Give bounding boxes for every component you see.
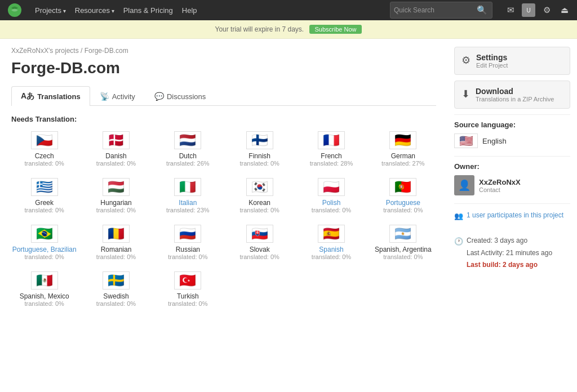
language-progress: translated: 0% (25, 253, 64, 260)
language-flag: 🇵🇱 (318, 178, 345, 196)
language-name: Spanish, Mexico (20, 292, 69, 300)
owner-contact[interactable]: Contact (479, 186, 521, 193)
language-progress: translated: 0% (312, 207, 351, 213)
tabs: Aあ Translations 📡 Activity 💬 Discussions (11, 86, 436, 106)
language-item[interactable]: 🇲🇽Spanish, Mexicotranslated: 0% (11, 271, 77, 307)
source-language: 🇺🇸 English (454, 133, 570, 148)
download-icon: ⬇ (461, 88, 470, 100)
content-area: XxZeRoNxX's projects / Forge-DB.com Forg… (0, 39, 447, 326)
source-lang-name: English (482, 137, 507, 145)
source-language-heading: Source language: (454, 121, 570, 129)
clock-icon: 🕐 (454, 235, 463, 248)
language-progress: translated: 0% (25, 160, 64, 167)
language-flag: 🇩🇪 (389, 131, 416, 149)
language-name: Italian (179, 199, 197, 207)
language-progress: translated: 0% (383, 207, 423, 213)
nav-links: Projects Resources Plans & Pricing Help (35, 6, 379, 15)
language-progress: translated: 0% (240, 253, 279, 260)
logout-icon[interactable]: ⏏ (558, 3, 571, 17)
language-flag: 🇰🇷 (246, 178, 273, 196)
avatar[interactable]: U (522, 3, 535, 17)
mail-icon[interactable]: ✉ (504, 3, 517, 17)
nav-resources[interactable]: Resources (75, 6, 114, 15)
language-item[interactable]: 🇩🇪Germantranslated: 27% (370, 131, 436, 167)
language-item[interactable]: 🇫🇷Frenchtranslated: 28% (298, 131, 364, 167)
language-item[interactable]: 🇩🇰Danishtranslated: 0% (83, 131, 149, 167)
language-progress: translated: 0% (96, 160, 136, 167)
language-item[interactable]: 🇵🇱Polishtranslated: 0% (298, 178, 364, 213)
language-item[interactable]: 🇷🇺Russiantranslated: 0% (155, 225, 221, 260)
language-progress: translated: 0% (240, 160, 279, 167)
language-flag: 🇨🇿 (31, 131, 58, 149)
settings-card[interactable]: ⚙ Settings Edit Project (454, 47, 570, 75)
language-progress: translated: 26% (166, 160, 209, 167)
language-name: French (321, 152, 341, 160)
language-name: Spanish, Argentina (375, 246, 432, 253)
owner-avatar: 👤 (454, 175, 474, 195)
language-item[interactable]: 🇳🇱Dutchtranslated: 26% (155, 131, 221, 167)
activity-icon: 📡 (100, 92, 109, 101)
language-item[interactable]: 🇦🇷Spanish, Argentinatranslated: 0% (370, 225, 436, 260)
nav-icons: ✉ U ⚙ ⏏ (504, 3, 571, 17)
language-name: Dutch (179, 152, 197, 160)
language-item[interactable]: 🇪🇸Spanishtranslated: 0% (298, 225, 364, 260)
language-item[interactable]: 🇹🇷Turkishtranslated: 0% (155, 271, 221, 307)
language-item[interactable]: 🇮🇹Italiantranslated: 23% (155, 178, 221, 213)
gear-icon[interactable]: ⚙ (540, 3, 553, 17)
language-progress: translated: 0% (240, 207, 279, 213)
nav-projects[interactable]: Projects (35, 6, 66, 15)
language-flag: 🇳🇱 (174, 131, 201, 149)
language-progress: translated: 0% (312, 253, 351, 260)
language-flag: 🇫🇷 (318, 131, 345, 149)
language-item[interactable]: 🇫🇮Finnishtranslated: 0% (227, 131, 292, 167)
language-name: Greek (35, 199, 54, 207)
section-heading: Needs Translation: (11, 115, 436, 123)
language-name: Hungarian (100, 199, 131, 207)
language-name: Danish (105, 152, 126, 160)
language-item[interactable]: 🇧🇷Portuguese, Braziliantranslated: 0% (11, 225, 77, 260)
language-item[interactable]: 🇷🇴Romaniantranslated: 0% (83, 225, 149, 260)
main-container: XxZeRoNxX's projects / Forge-DB.com Forg… (0, 39, 577, 326)
subscribe-button[interactable]: Subscribe Now (309, 25, 362, 34)
language-item[interactable]: 🇭🇺Hungariantranslated: 0% (83, 178, 149, 213)
nav-plans-pricing[interactable]: Plans & Pricing (123, 6, 173, 15)
participants-text: 1 user participates in this project (467, 210, 563, 222)
search-input[interactable] (394, 6, 473, 14)
language-item[interactable]: 🇬🇷Greektranslated: 0% (11, 178, 77, 213)
language-flag: 🇦🇷 (389, 225, 416, 243)
language-progress: translated: 28% (310, 160, 353, 167)
breadcrumb-projects-link[interactable]: XxZeRoNxX's projects (11, 47, 79, 55)
language-name: Turkish (177, 292, 199, 300)
breadcrumb: XxZeRoNxX's projects / Forge-DB.com (11, 47, 436, 55)
language-progress: translated: 23% (166, 207, 209, 213)
users-icon: 👥 (454, 210, 463, 222)
language-name: Czech (35, 152, 54, 160)
language-item[interactable]: 🇸🇪Swedishtranslated: 0% (83, 271, 149, 307)
language-item[interactable]: 🇨🇿Czechtranslated: 0% (11, 131, 77, 167)
download-card[interactable]: ⬇ Download Translations in a ZIP Archive (454, 81, 570, 109)
owner-heading: Owner: (454, 162, 570, 171)
search-box[interactable]: 🔍 (390, 2, 492, 19)
nav-help[interactable]: Help (182, 6, 197, 15)
tab-activity[interactable]: 📡 Activity (90, 86, 145, 106)
language-flag: 🇹🇷 (174, 271, 201, 289)
divider (454, 114, 570, 115)
settings-icon: ⚙ (461, 54, 471, 66)
tab-translations[interactable]: Aあ Translations (11, 86, 90, 106)
language-flag: 🇩🇰 (103, 131, 130, 149)
tab-discussions[interactable]: 💬 Discussions (145, 86, 215, 106)
language-flag: 🇮🇹 (174, 178, 201, 196)
language-flag: 🇭🇺 (103, 178, 130, 196)
language-name: Slovak (250, 246, 270, 253)
language-item[interactable]: 🇵🇹Portuguesetranslated: 0% (370, 178, 436, 213)
language-name: German (391, 152, 415, 160)
language-flag: 🇬🇷 (31, 178, 58, 196)
language-progress: translated: 27% (381, 160, 424, 167)
language-progress: translated: 0% (383, 253, 423, 260)
logo[interactable] (6, 1, 24, 19)
language-item[interactable]: 🇸🇰Slovaktranslated: 0% (227, 225, 292, 260)
breadcrumb-separator: / (81, 47, 85, 55)
language-progress: translated: 0% (25, 207, 64, 213)
language-progress: translated: 0% (96, 207, 136, 213)
language-item[interactable]: 🇰🇷Koreantranslated: 0% (227, 178, 292, 213)
